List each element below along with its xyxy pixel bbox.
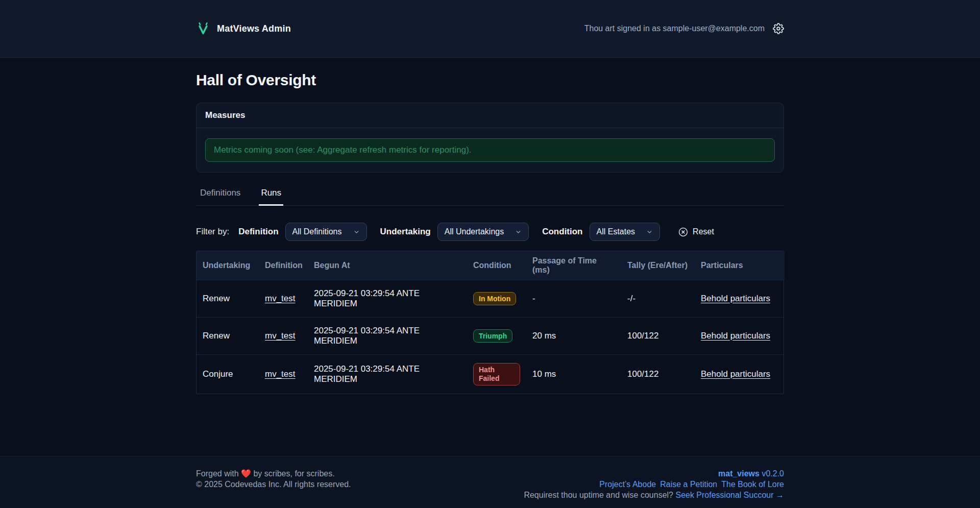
chevron-down-icon: [646, 229, 653, 235]
cell-duration: 10 ms: [526, 355, 621, 394]
particulars-link[interactable]: Behold particulars: [701, 331, 770, 341]
footer-link-project-s-abode[interactable]: Project’s Abode: [599, 480, 656, 489]
tab-definitions[interactable]: Definitions: [198, 185, 242, 206]
column-header-begun-at: Begun At: [308, 251, 467, 280]
reset-filters-button[interactable]: Reset: [678, 227, 714, 237]
filter-select-undertaking[interactable]: All Undertakings: [437, 223, 529, 241]
cell-undertaking: Renew: [197, 280, 259, 318]
cell-definition: mv_test: [259, 355, 308, 394]
footer-links-line: Project’s AbodeRaise a PetitionThe Book …: [524, 479, 784, 490]
column-header-particulars: Particulars: [695, 251, 785, 280]
tab-runs[interactable]: Runs: [259, 185, 283, 206]
filter-by-label: Filter by:: [196, 227, 229, 237]
heart-icon: ❤️: [241, 469, 251, 478]
cell-particulars: Behold particulars: [695, 280, 785, 318]
particulars-link[interactable]: Behold particulars: [701, 294, 770, 303]
version-text: v0.2.0: [762, 469, 784, 478]
cell-tally: -/-: [621, 280, 695, 318]
footer-version-line: mat_views v0.2.0: [524, 469, 784, 479]
status-badge: In Motion: [473, 292, 516, 306]
runs-table: UndertakingDefinitionBegun AtConditionPa…: [196, 251, 784, 394]
cell-particulars: Behold particulars: [695, 355, 785, 394]
filter-label-undertaking: Undertaking: [380, 227, 431, 237]
filter-label-definition: Definition: [238, 227, 278, 237]
filter-select-condition[interactable]: All Estates: [590, 223, 660, 241]
definition-link[interactable]: mv_test: [265, 294, 296, 303]
definition-link[interactable]: mv_test: [265, 369, 296, 379]
cell-condition: Triumph: [467, 318, 526, 355]
measures-card: Measures Metrics coming soon (see: Aggre…: [196, 103, 784, 173]
table-row: Renewmv_test2025-09-21 03:29:54 ANTE MER…: [197, 280, 785, 318]
made-with-text: Forged with: [196, 469, 239, 478]
chevron-down-icon: [515, 229, 522, 235]
select-value-undertaking: All Undertakings: [445, 227, 504, 236]
cell-undertaking: Renew: [197, 318, 259, 355]
column-header-tally-ere-after: Tally (Ere/After): [621, 251, 695, 280]
made-with-suffix-text: by scribes, for scribes.: [253, 469, 334, 478]
app-footer: Forged with ❤️ by scribes, for scribes. …: [0, 456, 980, 508]
cell-tally: 100/122: [621, 355, 695, 394]
cell-condition: Hath Failed: [467, 355, 526, 394]
particulars-link[interactable]: Behold particulars: [701, 369, 770, 379]
reset-circle-x-icon: [678, 227, 688, 237]
table-row: Renewmv_test2025-09-21 03:29:54 ANTE MER…: [197, 318, 785, 355]
cell-begun-at: 2025-09-21 03:29:54 ANTE MERIDIEM: [308, 355, 467, 394]
status-badge: Triumph: [473, 329, 512, 343]
cell-begun-at: 2025-09-21 03:29:54 ANTE MERIDIEM: [308, 280, 467, 318]
filter-group-condition: ConditionAll Estates: [542, 223, 660, 241]
footer-made-with-line: Forged with ❤️ by scribes, for scribes.: [196, 469, 351, 479]
cell-definition: mv_test: [259, 280, 308, 318]
filter-group-undertaking: UndertakingAll Undertakings: [380, 223, 529, 241]
filter-group-definition: DefinitionAll Definitions: [238, 223, 366, 241]
tab-bar: DefinitionsRuns: [196, 185, 784, 206]
footer-link-the-book-of-lore[interactable]: The Book of Lore: [721, 480, 784, 489]
status-badge: Hath Failed: [473, 363, 520, 385]
column-header-condition: Condition: [467, 251, 526, 280]
table-row: Conjuremv_test2025-09-21 03:29:54 ANTE M…: [197, 355, 785, 394]
select-value-condition: All Estates: [597, 227, 635, 236]
cell-condition: In Motion: [467, 280, 526, 318]
footer-support-line: Requirest thou uptime and wise counsel? …: [524, 490, 784, 500]
metrics-coming-soon-alert: Metrics coming soon (see: Aggregate refr…: [205, 138, 775, 162]
settings-gear-icon[interactable]: [773, 23, 784, 34]
cell-undertaking: Conjure: [197, 355, 259, 394]
main-content: Hall of Oversight Measures Metrics comin…: [0, 58, 980, 456]
cell-definition: mv_test: [259, 318, 308, 355]
footer-copyright: © 2025 Codevedas Inc. All rights reserve…: [196, 479, 351, 490]
filter-label-condition: Condition: [542, 227, 582, 237]
measures-card-body: Metrics coming soon (see: Aggregate refr…: [197, 128, 783, 172]
select-value-definition: All Definitions: [292, 227, 342, 236]
mat-views-link[interactable]: mat_views: [718, 469, 760, 478]
support-link[interactable]: Seek Professional Succour →: [675, 491, 784, 499]
runs-table-header: UndertakingDefinitionBegun AtConditionPa…: [197, 251, 785, 280]
filter-select-definition[interactable]: All Definitions: [285, 223, 367, 241]
brand-home-button[interactable]: MatViews Admin: [196, 21, 291, 36]
column-header-undertaking: Undertaking: [197, 251, 259, 280]
filter-bar: Filter by: DefinitionAll DefinitionsUnde…: [196, 223, 784, 241]
cell-duration: 20 ms: [526, 318, 621, 355]
column-header-passage-of-time-ms: Passage of Time (ms): [526, 251, 621, 280]
measures-card-title: Measures: [197, 103, 783, 128]
app-title: MatViews Admin: [217, 23, 291, 34]
v-sparkle-logo-icon: [196, 21, 210, 36]
reset-label: Reset: [693, 227, 714, 236]
definition-link[interactable]: mv_test: [265, 331, 296, 341]
footer-link-raise-a-petition[interactable]: Raise a Petition: [660, 480, 717, 489]
cell-particulars: Behold particulars: [695, 318, 785, 355]
page-title: Hall of Oversight: [196, 71, 784, 89]
support-question-text: Requirest thou uptime and wise counsel?: [524, 491, 673, 499]
column-header-definition: Definition: [259, 251, 308, 280]
cell-duration: -: [526, 280, 621, 318]
cell-begun-at: 2025-09-21 03:29:54 ANTE MERIDIEM: [308, 318, 467, 355]
chevron-down-icon: [353, 229, 360, 235]
app-header: MatViews Admin Thou art signed in as sam…: [0, 0, 980, 58]
signed-in-text: Thou art signed in as sample-user@exampl…: [584, 24, 765, 33]
cell-tally: 100/122: [621, 318, 695, 355]
